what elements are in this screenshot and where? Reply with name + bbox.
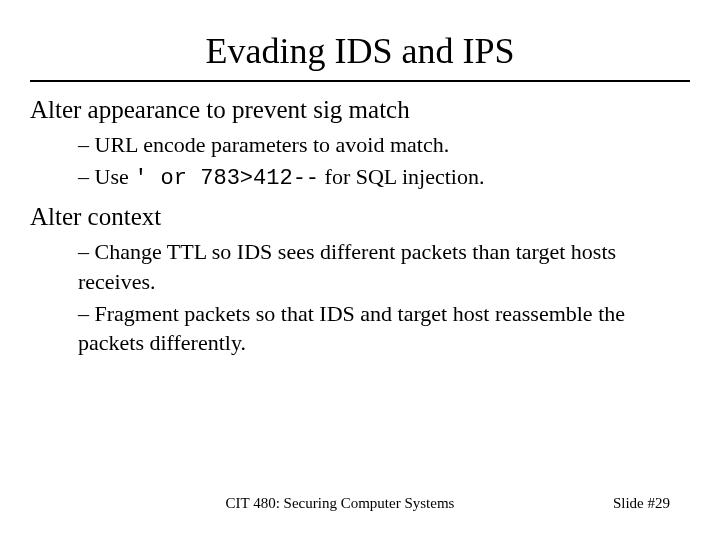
section-heading-2: Alter context — [30, 203, 690, 231]
title-rule — [30, 80, 690, 82]
footer-center: CIT 480: Securing Computer Systems — [0, 495, 570, 512]
bullet-code: ' or 783>412-- — [134, 166, 319, 191]
bullet-item: – URL encode parameters to avoid match. — [78, 130, 690, 160]
bullet-list-2: – Change TTL so IDS sees different packe… — [78, 237, 690, 358]
bullet-item: – Fragment packets so that IDS and targe… — [78, 299, 690, 358]
bullet-item: – Use ' or 783>412-- for SQL injection. — [78, 162, 690, 194]
footer-slide-number: Slide #29 — [570, 495, 670, 512]
slide-title: Evading IDS and IPS — [30, 30, 690, 72]
bullet-item: – Change TTL so IDS sees different packe… — [78, 237, 690, 296]
bullet-text-pre: – Use — [78, 164, 134, 189]
bullet-text-post: for SQL injection. — [319, 164, 484, 189]
footer: CIT 480: Securing Computer Systems Slide… — [0, 495, 720, 512]
section-heading-1: Alter appearance to prevent sig match — [30, 96, 690, 124]
bullet-list-1: – URL encode parameters to avoid match. … — [78, 130, 690, 193]
slide: Evading IDS and IPS Alter appearance to … — [0, 0, 720, 540]
